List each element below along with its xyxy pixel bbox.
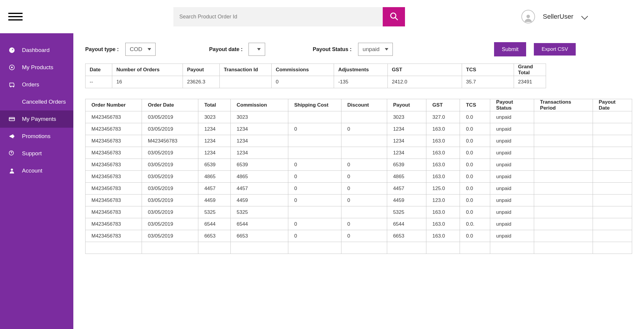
hamburger-menu-icon[interactable] [8,10,23,24]
orders-cell: 5325 [231,206,288,218]
table-row[interactable]: M42345678303/05/201944594459004459123.00… [86,194,632,206]
orders-cell [593,206,632,218]
orders-cell [86,242,142,254]
orders-cell: 3023 [387,111,426,123]
orders-cell: M423456783 [86,135,142,147]
products-icon [8,64,15,71]
sidebar-item-my-products[interactable]: My Products [0,59,73,76]
orders-cell [142,242,198,254]
export-csv-button[interactable]: Export CSV [534,43,576,56]
user-name: SellerUser [543,13,573,20]
orders-cell: 0 [341,123,387,135]
promotions-icon [8,133,15,140]
table-row[interactable]: M42345678303/05/2019123412341234163.00.0… [86,147,632,159]
table-row[interactable]: M42345678303/05/201912341234001234163.00… [86,123,632,135]
orders-cell: 6539 [387,159,426,171]
orders-header: Discount [341,99,387,111]
orders-cell: 0.0 [460,147,490,159]
orders-table: Order NumberOrder DateTotalCommissionShi… [85,99,632,254]
sidebar-item-dashboard[interactable]: Dashboard [0,42,73,59]
orders-cell: 0.0 [460,230,490,242]
orders-cell [426,242,460,254]
orders-cell: 03/05/2019 [142,230,198,242]
orders-cell: 327.0 [426,111,460,123]
summary-cell: -135 [334,76,387,88]
table-row[interactable]: M42345678303/05/201965396539006539163.00… [86,159,632,171]
orders-cell: 3023 [198,111,231,123]
orders-cell [341,242,387,254]
orders-cell: 1234 [387,135,426,147]
user-menu[interactable]: SellerUser [521,10,636,23]
orders-cell: 6653 [231,230,288,242]
table-row[interactable]: M42345678303/05/201944574457004457125.00… [86,183,632,194]
table-row[interactable]: M42345678303/05/201965446544006544163.00… [86,218,632,230]
orders-cell [593,123,632,135]
orders-cell: 0 [288,194,341,206]
sidebar-item-account[interactable]: Account [0,162,73,179]
table-row[interactable]: M42345678303/05/2019302330233023327.00.0… [86,111,632,123]
orders-cell: 6539 [198,159,231,171]
orders-cell [341,135,387,147]
orders-cell: M423456783 [86,183,142,194]
svg-rect-9 [9,118,15,119]
payout-date-select[interactable] [249,43,265,56]
svg-point-11 [11,169,13,171]
search-box [173,7,405,26]
orders-cell: 0.0 [460,123,490,135]
payout-type-value: COD [130,46,142,53]
sidebar-item-promotions[interactable]: Promotions [0,128,73,145]
sidebar-item-my-payments[interactable]: My Payments [0,110,73,128]
orders-cell: unpaid [490,123,534,135]
orders-cell: 0.0 [460,183,490,194]
orders-cell: 0 [288,218,341,230]
table-row[interactable]: M42345678303/05/201966536653006653163.00… [86,230,632,242]
orders-cell: 0 [341,159,387,171]
orders-cell [341,111,387,123]
orders-cell: 03/05/2019 [142,171,198,183]
orders-cell: 4459 [231,194,288,206]
filters-row: Payout type : COD Payout date : Payout S… [85,42,632,56]
account-icon [8,167,15,174]
sidebar-item-orders[interactable]: Orders [0,76,73,93]
orders-cell: 4865 [198,171,231,183]
support-icon [8,150,15,157]
orders-cell [593,171,632,183]
orders-cell: 6653 [387,230,426,242]
search-button[interactable] [383,7,405,26]
orders-cell: unpaid [490,147,534,159]
payout-type-select[interactable]: COD [125,43,156,56]
orders-header: Payout [387,99,426,111]
orders-cell [534,111,593,123]
summary-cell: -- [86,76,112,88]
summary-cell: 23491 [514,76,546,88]
table-row[interactable]: M42345678303/05/201948654865004865163.00… [86,171,632,183]
sidebar-item-label: Promotions [22,133,50,140]
table-row[interactable]: M42345678303/05/2019532553255325163.00.0… [86,206,632,218]
search-input[interactable] [173,14,383,20]
orders-cell: 03/05/2019 [142,218,198,230]
summary-header: Adjustments [334,64,387,76]
orders-cell [593,147,632,159]
table-row[interactable]: M423456783M423456783123412341234163.00.0… [86,135,632,147]
orders-cell: 03/05/2019 [142,183,198,194]
orders-cell [593,183,632,194]
table-row [86,242,632,254]
summary-cell: 35.7 [462,76,514,88]
sidebar-item-support[interactable]: Support [0,145,73,162]
summary-header: Date [86,64,112,76]
sidebar-sub-cancelled-orders[interactable]: Cancelled Orders [0,93,73,110]
orders-cell: 3023 [231,111,288,123]
orders-cell: 4457 [387,183,426,194]
orders-cell [288,206,341,218]
payout-status-select[interactable]: unpaid [358,43,393,56]
orders-header: GST [426,99,460,111]
topbar: SellerUser [0,0,644,33]
content-area: Payout type : COD Payout date : Payout S… [73,33,644,329]
orders-header: Payout Status [490,99,534,111]
sidebar-item-label: Support [22,150,42,157]
search-icon [390,12,398,22]
orders-cell: 0.0 [460,171,490,183]
submit-button[interactable]: Submit [494,42,526,56]
orders-cell: 6544 [231,218,288,230]
orders-cell [593,111,632,123]
